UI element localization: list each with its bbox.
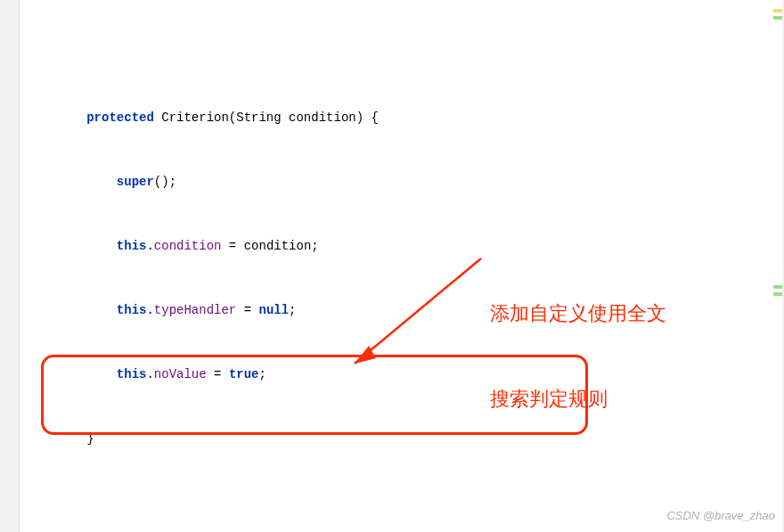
code-line: super(); <box>20 171 784 192</box>
code-line <box>20 43 784 64</box>
code-editor: protected Criterion(String condition) { … <box>20 0 784 532</box>
annotation-line1: 添加自定义使用全文 <box>490 299 666 328</box>
code-line: this.noValue = true; <box>20 364 784 385</box>
gutter-mark-icon <box>773 292 782 296</box>
editor-gutter <box>0 0 20 532</box>
annotation-line2: 搜索判定规则 <box>490 385 666 413</box>
gutter-mark-icon <box>773 16 782 20</box>
annotation-text: 添加自定义使用全文 搜索判定规则 <box>490 242 666 442</box>
gutter-mark-icon <box>773 285 782 289</box>
gutter-mark-icon <box>773 9 782 12</box>
watermark-text: CSDN @brave_zhao <box>666 505 775 527</box>
code-line: this.typeHandler = null; <box>20 299 784 321</box>
code-line: protected Criterion(String condition) { <box>20 107 784 128</box>
code-line: } <box>20 428 784 449</box>
code-line: this.condition = condition; <box>20 235 784 257</box>
